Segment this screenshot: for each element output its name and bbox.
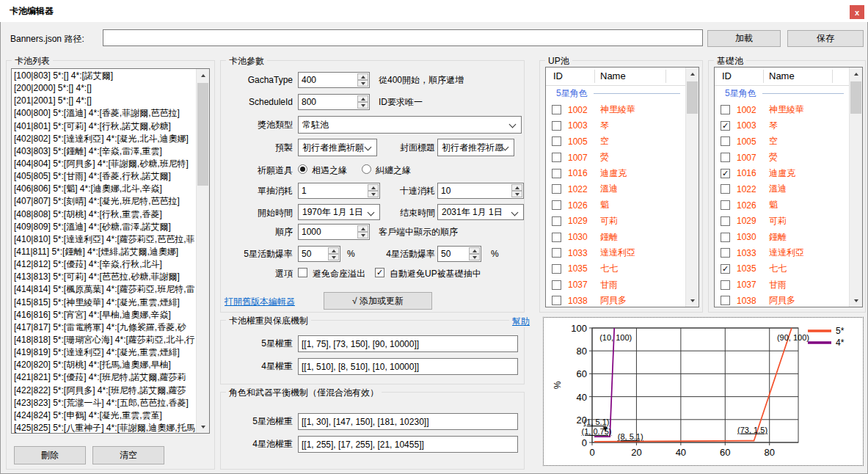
radio-acquaint-fate[interactable] — [298, 164, 307, 174]
pool-list-item[interactable]: [401|801] 5*:[可莉] 4*:[行秋,諾艾爾,砂糖] — [12, 120, 197, 133]
pool-list-item[interactable]: [409|809] 5*:[溫迪] 4*:[砂糖,雷澤,諾艾爾] — [12, 221, 197, 233]
single-cost-input[interactable]: 1 — [298, 183, 380, 199]
spinner-down-icon[interactable] — [357, 232, 368, 238]
clear-button[interactable]: 清空 — [92, 446, 164, 464]
pool-list-item[interactable]: [419|819] 5*:[達達利亞] 4*:[凝光,重雲,煙緋] — [12, 346, 197, 359]
scroll-up-icon[interactable] — [197, 69, 209, 81]
pool-list-item[interactable]: [413|813] 5*:[可莉] 4*:[芭芭拉,砂糖,菲謝爾] — [12, 271, 197, 283]
radio-intertwined-fate[interactable] — [362, 164, 371, 174]
scroll-up-icon[interactable] — [850, 68, 862, 80]
pool-list-item[interactable]: [406|806] 5*:[魈] 4*:[迪奧娜,北斗,辛焱] — [12, 183, 197, 195]
spinner[interactable] — [328, 247, 339, 260]
preset-select[interactable]: 初行者推薦祈願 — [298, 139, 377, 156]
spinner-up-icon[interactable] — [357, 225, 368, 232]
row-checkbox[interactable] — [552, 216, 561, 226]
pool-list-item[interactable]: [402|802] 5*:[達達利亞] 4*:[凝光,北斗,迪奧娜] — [12, 133, 197, 145]
start-time-picker[interactable]: 1970年 1月 1日 — [298, 204, 380, 220]
row-checkbox[interactable]: ✓ — [721, 264, 730, 274]
scheduleid-input[interactable]: 800 — [298, 94, 370, 110]
pool-list-item[interactable]: [405|805] 5*:[甘雨] 4*:[香菱,行秋,諾艾爾] — [12, 170, 197, 183]
pool-list-item[interactable]: [424|824] 5*:[申鶴] 4*:[凝光,重雲,雲堇] — [12, 409, 197, 422]
row-checkbox[interactable]: ✓ — [721, 169, 730, 178]
scroll-down-icon[interactable] — [197, 420, 209, 433]
pool-list-item[interactable]: [421|821] 5*:[優菈] 4*:[班尼特,諾艾爾,蘿莎莉 — [12, 371, 197, 384]
add-update-button[interactable]: √ 添加或更新 — [324, 292, 432, 310]
pool-list-item[interactable]: [425|825] 5*:[八重神子] 4*:[菲謝爾,迪奧娜,托馬 — [12, 422, 197, 433]
row-checkbox[interactable] — [721, 233, 730, 242]
row-checkbox[interactable] — [552, 296, 561, 305]
row-checkbox[interactable] — [552, 121, 561, 131]
spinner[interactable] — [357, 73, 368, 87]
pool-list-item[interactable]: [415|815] 5*:[神里綾華] 4*:[凝光,重雲,煙緋] — [12, 296, 197, 309]
pool-list-item[interactable]: [418|818] 5*:[珊瑚宮心海] 4*:[蘿莎莉亞,北斗,行 — [12, 334, 197, 346]
weight4-input[interactable]: [[1, 510], [8, 510], [10, 10000]] — [298, 358, 518, 375]
pool-list-item[interactable]: [422|822] 5*:[阿貝多] 4*:[班尼特,諾艾爾,蘿莎 — [12, 384, 197, 397]
pool-list-item[interactable]: [200|2000] 5*:[] 4*:[] — [12, 82, 197, 95]
pool-list-item[interactable]: [410|810] 5*:[達達利亞] 4*:[蘿莎莉亞,芭芭拉,菲 — [12, 233, 197, 246]
delete-button[interactable]: 刪除 — [14, 446, 86, 464]
cover-title-select[interactable]: 初行者推荐祈愿 — [437, 139, 514, 156]
gachatype-input[interactable]: 400 — [298, 72, 370, 88]
pool-weight4-input[interactable]: [[1, 255], [17, 255], [21, 10455]] — [298, 436, 518, 453]
pool-list-item[interactable]: [416|816] 5*:[宵宮] 4*:[早柚,迪奧娜,辛焱] — [12, 309, 197, 321]
row-checkbox[interactable] — [721, 105, 730, 114]
weight5-input[interactable]: [[1, 75], [73, 150], [90, 10000]] — [298, 335, 518, 352]
end-time-picker[interactable]: 2031年 1月 1日 — [437, 204, 524, 220]
scroll-down-icon[interactable] — [850, 294, 862, 307]
row-checkbox[interactable] — [552, 105, 561, 114]
spinner-up-icon[interactable] — [469, 247, 480, 254]
row-checkbox[interactable] — [721, 248, 730, 258]
open-old-editor-link[interactable]: 打開舊版本編輯器 — [225, 296, 295, 307]
base-pool-scrollbar[interactable] — [849, 68, 862, 307]
pool-list-item[interactable]: [423|823] 5*:[荒瀧一斗] 4*:[五郎,芭芭拉,香菱] — [12, 397, 197, 409]
scroll-thumb[interactable] — [850, 81, 861, 114]
pool-list-item[interactable]: [414|814] 5*:[楓原萬葉] 4*:[蘿莎莉亞,班尼特,雷 — [12, 283, 197, 296]
checkbox-avoid-up-in-base[interactable]: ✓ — [375, 268, 384, 277]
row-checkbox[interactable] — [721, 153, 730, 162]
scroll-down-icon[interactable] — [686, 294, 699, 307]
close-icon[interactable]: x — [850, 5, 864, 19]
pool-list-scrollbar[interactable] — [196, 69, 209, 433]
pool-list-item[interactable]: [407|807] 5*:[刻晴] 4*:[凝光,班尼特,芭芭拉] — [12, 195, 197, 208]
checkbox-avoid-constellation-overflow[interactable] — [298, 268, 307, 277]
pool-list-item[interactable]: [201|2001] 5*:[] 4*:[] — [12, 95, 197, 107]
pool-weight5-input[interactable]: [[1, 30], [147, 150], [181, 10230]] — [298, 413, 518, 430]
spinner-up-icon[interactable] — [511, 184, 522, 191]
scroll-thumb[interactable] — [197, 83, 208, 186]
row-checkbox[interactable] — [721, 200, 730, 210]
spinner[interactable] — [357, 95, 368, 109]
pool-list-item[interactable]: [417|817] 5*:[雷電將軍] 4*:[九條裟羅,香菱,砂 — [12, 321, 197, 334]
rate5-input[interactable]: 50 — [298, 246, 340, 262]
spinner[interactable] — [357, 225, 368, 238]
ten-cost-input[interactable]: 10 — [437, 183, 524, 199]
row-checkbox[interactable] — [552, 153, 561, 162]
row-checkbox[interactable]: ✓ — [721, 121, 730, 131]
order-input[interactable]: 1000 — [298, 224, 370, 240]
row-checkbox[interactable] — [552, 233, 561, 242]
pool-list-item[interactable]: [408|808] 5*:[胡桃] 4*:[行秋,重雲,香菱] — [12, 208, 197, 221]
spinner-down-icon[interactable] — [328, 254, 339, 260]
spinner-down-icon[interactable] — [511, 191, 522, 197]
row-checkbox[interactable] — [552, 248, 561, 258]
spinner-down-icon[interactable] — [469, 254, 480, 260]
row-checkbox[interactable] — [721, 184, 730, 194]
pool-list-item[interactable]: [420|820] 5*:[胡桃] 4*:[托馬,迪奧娜,早柚] — [12, 359, 197, 371]
row-checkbox[interactable] — [721, 136, 730, 146]
pool-list-item[interactable]: [400|800] 5*:[溫迪] 4*:[香菱,菲謝爾,芭芭拉] — [12, 107, 197, 120]
spinner-down-icon[interactable] — [357, 102, 368, 109]
spinner-up-icon[interactable] — [357, 95, 368, 102]
save-button[interactable]: 保存 — [787, 30, 864, 47]
scroll-thumb[interactable] — [687, 81, 698, 114]
spinner[interactable] — [469, 247, 480, 260]
row-checkbox[interactable] — [552, 280, 561, 290]
up-pool-scrollbar[interactable] — [685, 68, 699, 307]
spinner-up-icon[interactable] — [357, 73, 368, 80]
pool-list-item[interactable]: [412|812] 5*:[優菈] 4*:[辛焱,行秋,北斗] — [12, 258, 197, 271]
row-checkbox[interactable] — [552, 184, 561, 194]
pool-list-item[interactable]: [403|803] 5*:[鍾離] 4*:[辛焱,雷澤,重雲] — [12, 145, 197, 158]
pool-type-select[interactable]: 常駐池 — [298, 116, 522, 134]
pool-list-item[interactable]: [411|811] 5*:[鍾離] 4*:[煙緋,諾艾爾,迪奧娜] — [12, 246, 197, 258]
help-link[interactable]: 幫助 — [509, 316, 533, 327]
row-checkbox[interactable] — [552, 136, 561, 146]
scroll-up-icon[interactable] — [686, 68, 699, 80]
